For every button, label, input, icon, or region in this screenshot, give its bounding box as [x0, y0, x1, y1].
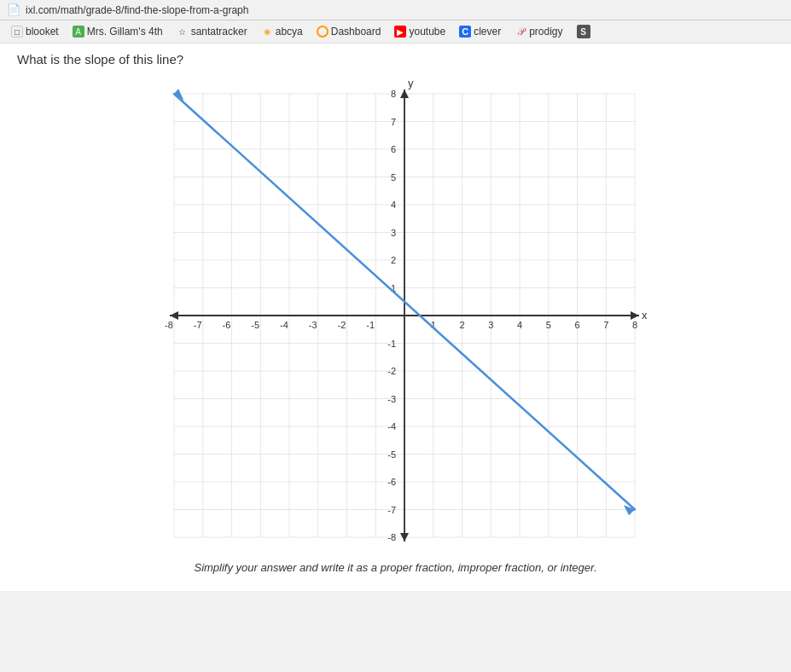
url-text: ixl.com/math/grade-8/find-the-slope-from… [26, 4, 248, 16]
blooket-icon: □ [11, 26, 23, 38]
svg-text:-6: -6 [222, 320, 230, 330]
page-icon: 📄 [7, 3, 20, 16]
svg-text:-4: -4 [387, 421, 396, 432]
bookmark-abcya[interactable]: ❀ abcya [257, 24, 307, 39]
svg-text:2: 2 [459, 320, 464, 330]
bookmark-youtube[interactable]: ▶ youtube [390, 24, 450, 39]
question-text: What is the slope of this line? [17, 52, 774, 67]
svg-text:-8: -8 [165, 320, 173, 330]
graph-container: x y -8 -7 -6 -5 -4 -3 -2 -1 1 2 3 4 5 6 … [17, 77, 774, 554]
bookmark-s[interactable]: S [573, 23, 595, 40]
address-bar: 📄 ixl.com/math/grade-8/find-the-slope-fr… [0, 0, 791, 20]
svg-text:7: 7 [390, 117, 395, 127]
abcya-icon: ❀ [261, 26, 273, 38]
s-icon: S [577, 25, 590, 38]
svg-text:-7: -7 [387, 505, 396, 515]
dashboard-label: Dashboard [331, 26, 381, 38]
svg-text:-3: -3 [387, 394, 396, 404]
dashboard-icon [317, 26, 329, 38]
svg-text:-6: -6 [387, 477, 396, 487]
youtube-icon: ▶ [394, 26, 406, 38]
mrs-gillam-icon: A [73, 26, 84, 38]
blooket-label: blooket [26, 26, 59, 38]
santa-icon: ☆ [177, 26, 189, 38]
svg-text:x: x [642, 309, 648, 322]
svg-text:2: 2 [390, 255, 395, 265]
bookmark-blooket[interactable]: □ blooket [7, 24, 63, 39]
graph-svg: x y -8 -7 -6 -5 -4 -3 -2 -1 1 2 3 4 5 6 … [131, 77, 660, 554]
svg-text:-5: -5 [387, 449, 396, 460]
bookmark-santatracker[interactable]: ☆ santatracker [172, 24, 252, 39]
svg-text:6: 6 [574, 320, 579, 330]
svg-text:-1: -1 [366, 320, 375, 330]
svg-text:3: 3 [390, 228, 395, 238]
svg-text:-4: -4 [280, 320, 288, 330]
svg-text:3: 3 [488, 320, 493, 330]
svg-text:-5: -5 [251, 320, 259, 330]
bookmark-dashboard[interactable]: Dashboard [312, 24, 386, 39]
svg-text:4: 4 [516, 320, 521, 330]
svg-text:8: 8 [631, 320, 637, 330]
bookmark-clever[interactable]: C clever [455, 24, 505, 39]
clever-label: clever [474, 26, 501, 38]
clever-icon: C [459, 26, 471, 38]
svg-text:-1: -1 [387, 339, 396, 349]
abcya-label: abcya [276, 26, 303, 38]
prodigy-icon: 𝒫 [515, 26, 526, 38]
youtube-label: youtube [409, 26, 445, 38]
svg-text:y: y [408, 77, 414, 90]
instruction-text: Simplify your answer and write it as a p… [17, 561, 774, 574]
prodigy-label: prodigy [529, 26, 562, 38]
svg-text:4: 4 [390, 200, 395, 210]
svg-text:-3: -3 [308, 320, 317, 330]
svg-text:-8: -8 [387, 532, 396, 542]
bookmarks-bar: □ blooket A Mrs. Gillam's 4th ☆ santatra… [0, 20, 791, 43]
graph-wrapper: x y -8 -7 -6 -5 -4 -3 -2 -1 1 2 3 4 5 6 … [131, 77, 660, 554]
santa-label: santatracker [191, 26, 247, 38]
bookmark-prodigy[interactable]: 𝒫 prodigy [510, 24, 567, 39]
mrs-gillam-label: Mrs. Gillam's 4th [87, 26, 163, 38]
svg-text:-7: -7 [193, 320, 201, 330]
svg-text:6: 6 [390, 144, 395, 154]
svg-text:5: 5 [390, 172, 395, 182]
svg-text:7: 7 [603, 320, 608, 330]
bookmark-mrs-gillam[interactable]: A Mrs. Gillam's 4th [68, 24, 167, 39]
svg-text:8: 8 [390, 89, 395, 99]
page-content: What is the slope of this line? [0, 43, 791, 591]
svg-text:-2: -2 [337, 320, 346, 330]
svg-text:-2: -2 [387, 366, 396, 376]
svg-text:5: 5 [545, 320, 550, 330]
